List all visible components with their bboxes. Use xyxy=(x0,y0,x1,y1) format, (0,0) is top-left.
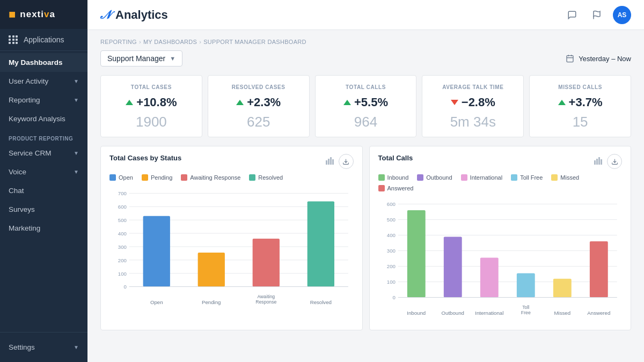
chart-header: Total Calls xyxy=(378,154,623,169)
sidebar-item-label: User Activity xyxy=(9,77,48,85)
arrow-up-icon xyxy=(236,100,244,105)
sidebar-item-service-crm[interactable]: Service CRM ▼ xyxy=(0,144,87,162)
svg-text:100: 100 xyxy=(386,279,395,285)
legend-item-resolved: Resolved xyxy=(249,174,283,181)
sidebar-item-label: My Dashboards xyxy=(9,58,63,67)
kpi-label: RESOLVED CASES xyxy=(232,84,286,90)
sidebar-item-reporting[interactable]: Reporting ▼ xyxy=(0,91,87,109)
chart-legend: Open Pending Awaiting Response Resolved xyxy=(109,174,354,181)
breadcrumb: Reporting › My Dashboards › Support Mana… xyxy=(100,39,631,45)
applications-nav[interactable]: Applications xyxy=(0,29,87,51)
svg-rect-55 xyxy=(407,210,425,297)
cases-chart-area: 0100200300400500600700OpenPendingAwaitin… xyxy=(109,186,354,312)
svg-text:Resolved: Resolved xyxy=(310,299,332,305)
topbar-right: AS xyxy=(564,6,631,24)
sidebar-item-settings[interactable]: Settings ▼ xyxy=(0,338,87,357)
kpi-change: −2.8% xyxy=(451,95,495,109)
sidebar-item-keyword-analysis[interactable]: Keyword Analysis xyxy=(0,109,87,128)
kpi-card-missed-calls: MISSED CALLS +3.7% 15 xyxy=(529,75,631,137)
sidebar-item-label: Chat xyxy=(9,187,24,195)
chart-header: Total Cases by Status xyxy=(109,154,354,169)
legend-label: Outbound xyxy=(426,174,452,181)
analytics-icon: 𝒩 xyxy=(100,8,110,22)
logo-area[interactable]: ■ nextiva xyxy=(0,0,87,29)
sidebar-item-my-dashboards[interactable]: My Dashboards xyxy=(0,53,87,72)
arrow-down-icon xyxy=(451,100,458,105)
chevron-down-icon: ▼ xyxy=(74,150,79,156)
kpi-label: AVERAGE TALK TIME xyxy=(442,84,503,90)
sidebar-item-user-activity[interactable]: User Activity ▼ xyxy=(0,72,87,91)
sidebar-item-marketing[interactable]: Marketing xyxy=(0,219,87,238)
breadcrumb-separator: › xyxy=(139,39,141,45)
kpi-label: TOTAL CASES xyxy=(131,84,172,90)
kpi-change-value: +5.5% xyxy=(354,95,388,109)
svg-rect-6 xyxy=(328,159,330,165)
calendar-icon xyxy=(566,54,574,63)
kpi-value: 15 xyxy=(573,114,588,130)
chevron-down-icon: ▼ xyxy=(74,78,79,84)
sidebar-item-label: Service CRM xyxy=(9,149,52,157)
flag-icon-button[interactable] xyxy=(588,6,605,24)
kpi-change: +2.3% xyxy=(236,95,281,109)
logo-icon: ■ xyxy=(9,8,16,21)
svg-rect-1 xyxy=(567,56,573,62)
svg-text:International: International xyxy=(475,310,503,316)
svg-rect-66 xyxy=(589,241,608,297)
kpi-row: TOTAL CASES +10.8% 1900 RESOLVED CASES +… xyxy=(100,75,631,137)
svg-text:200: 200 xyxy=(118,257,127,263)
dashboard-selector-label: Support Manager xyxy=(107,54,165,63)
sidebar-navigation: My Dashboards User Activity ▼ Reporting … xyxy=(0,51,87,332)
svg-text:Toll: Toll xyxy=(522,305,529,310)
svg-text:Open: Open xyxy=(150,299,163,305)
user-avatar[interactable]: AS xyxy=(613,6,631,24)
content-area: Reporting › My Dashboards › Support Mana… xyxy=(87,30,644,362)
sidebar-item-label: Surveys xyxy=(9,205,35,213)
breadcrumb-item-reporting[interactable]: Reporting xyxy=(100,39,137,45)
legend-item-outbound: Outbound xyxy=(417,174,452,181)
svg-text:100: 100 xyxy=(118,271,127,277)
download-button[interactable] xyxy=(339,154,354,169)
legend-color xyxy=(378,174,385,181)
charts-row: Total Cases by Status Open xyxy=(100,146,631,330)
svg-text:Missed: Missed xyxy=(554,310,570,316)
page-title: Analytics xyxy=(115,8,168,22)
date-range-selector[interactable]: Yesterday – Now xyxy=(566,54,631,63)
download-button[interactable] xyxy=(607,154,622,169)
legend-item-answered: Answered xyxy=(378,185,414,191)
svg-rect-57 xyxy=(443,237,462,297)
sidebar-item-label: Settings xyxy=(9,343,35,351)
legend-color xyxy=(109,174,116,181)
chevron-down-icon: ▼ xyxy=(74,97,79,103)
legend-label: Resolved xyxy=(258,174,283,181)
kpi-change: +5.5% xyxy=(343,95,388,109)
kpi-change-value: +10.8% xyxy=(136,95,177,109)
chart-title: Total Cases by Status xyxy=(109,154,181,162)
kpi-value: 964 xyxy=(354,114,377,130)
cases-bar-chart: 0100200300400500600700OpenPendingAwaitin… xyxy=(109,186,354,309)
svg-text:400: 400 xyxy=(118,231,127,237)
svg-text:Free: Free xyxy=(521,310,530,315)
applications-label: Applications xyxy=(24,35,64,44)
legend-item-inbound: Inbound xyxy=(378,174,409,181)
sidebar-item-voice[interactable]: Voice ▼ xyxy=(0,162,87,181)
kpi-value: 5m 34s xyxy=(450,114,496,130)
chat-icon-button[interactable] xyxy=(564,6,581,24)
kpi-value: 625 xyxy=(247,114,270,130)
breadcrumb-item-my-dashboards[interactable]: My Dashboards xyxy=(143,39,197,45)
legend-label: Inbound xyxy=(387,174,409,181)
sidebar-item-chat[interactable]: Chat xyxy=(0,181,87,200)
bar-chart-icon xyxy=(594,157,603,166)
legend-label: International xyxy=(470,174,503,181)
kpi-card-total-calls: TOTAL CALLS +5.5% 964 xyxy=(315,75,417,137)
svg-rect-59 xyxy=(480,258,498,298)
sidebar-item-surveys[interactable]: Surveys xyxy=(0,200,87,219)
dashboard-selector[interactable]: Support Manager ▼ xyxy=(100,50,182,67)
legend-label: Open xyxy=(119,174,133,181)
svg-text:300: 300 xyxy=(386,248,395,254)
chart-cases-by-status: Total Cases by Status Open xyxy=(100,146,363,330)
breadcrumb-separator: › xyxy=(199,39,201,45)
arrow-up-icon xyxy=(126,100,133,105)
svg-text:Pending: Pending xyxy=(202,299,221,305)
svg-rect-28 xyxy=(198,253,225,286)
legend-color xyxy=(249,174,255,181)
